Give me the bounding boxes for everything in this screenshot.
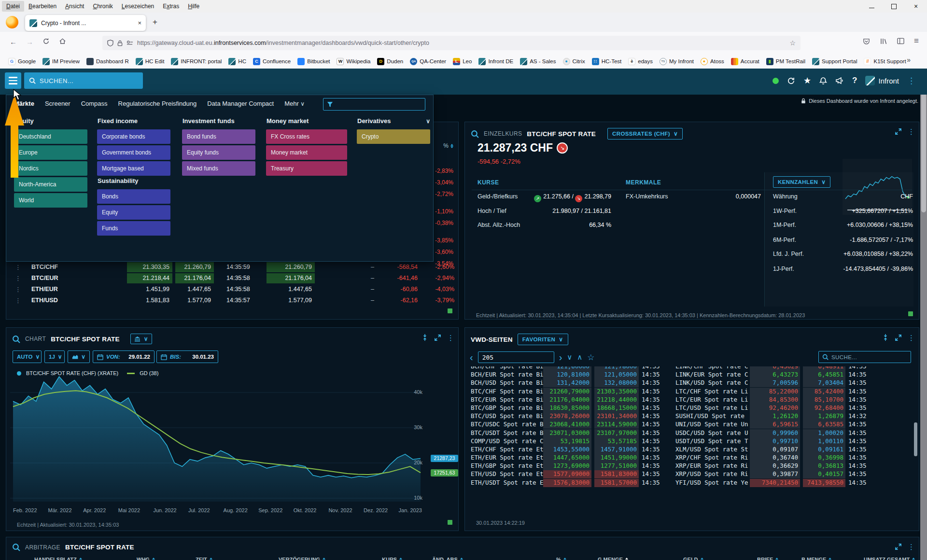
collapse-vertical-icon[interactable] (421, 334, 428, 341)
bookmark-bitbucket[interactable]: Bitbucket (294, 56, 333, 67)
menu-tab-data-manager-compact[interactable]: Data Manager Compact (207, 100, 274, 107)
expand-icon[interactable] (895, 543, 902, 550)
bookmark-confluence[interactable]: CConfluence (250, 56, 294, 67)
expand-icon[interactable] (895, 334, 902, 341)
sort-icon[interactable] (210, 558, 212, 560)
row-menu-icon[interactable]: ⋮ (15, 286, 21, 293)
lock-icon[interactable] (117, 40, 123, 46)
expand-icon[interactable] (434, 334, 441, 341)
menu-item-nordics[interactable]: Nordics (14, 161, 87, 176)
toolbar-overflow-icon[interactable]: ⋮ (907, 77, 915, 85)
global-search-input[interactable]: SUCHEN... (24, 72, 143, 89)
bookmark-duden[interactable]: DDuden (374, 56, 407, 67)
column-header-g-menge[interactable]: G.MENGE (598, 557, 628, 560)
bookmark-wikipedia[interactable]: WWikipedia (333, 56, 374, 67)
column-header-geld[interactable]: GELD (683, 557, 703, 560)
column-header-b-menge[interactable]: B.MENGE (801, 557, 831, 560)
bookmark-hc-test[interactable]: ∷HC-Test (589, 56, 625, 67)
favorite-star-icon[interactable]: ☆ (587, 352, 594, 363)
table-row[interactable]: ⋮BTC/CHF21.303,3521.260,7914:35:5921.260… (6, 262, 458, 273)
bookmark-as-sales[interactable]: AS - Sales (517, 56, 559, 67)
bookmark-support-portal[interactable]: Support Portal (809, 56, 861, 67)
vwd-row[interactable]: BTC/USD Spot rate Bi23078,2600023101,340… (465, 412, 919, 420)
menu-item-government-bonds[interactable]: Government bonds (97, 145, 170, 160)
bookmark-google[interactable]: GGoogle (5, 56, 39, 67)
menu-datei[interactable]: Datei (2, 1, 24, 12)
price-chart[interactable] (10, 376, 423, 505)
bookmark-atoss[interactable]: ●Atoss (697, 56, 728, 67)
table-row[interactable]: ⋮BTC/EUR21.218,4421.176,0414:35:5821.176… (6, 273, 458, 284)
forward-icon[interactable]: → (26, 38, 33, 46)
vwd-row[interactable]: BCH/USD Spot rate Bi131,42000132,0800014… (465, 378, 919, 387)
date-from-field[interactable]: VON: 29.01.22 (93, 350, 154, 363)
bookmark-infront-de[interactable]: Infront DE (475, 56, 517, 67)
vwd-row[interactable]: ETH/USD Spot rate Et1577,090001581,83000… (465, 470, 919, 478)
range-dropdown[interactable]: 1J∨ (44, 350, 65, 363)
kennzahlen-dropdown[interactable]: KENNZAHLEN∨ (773, 176, 830, 188)
page-next-icon[interactable]: › (559, 352, 562, 363)
chart-type-dropdown[interactable]: ∨ (68, 350, 90, 363)
row-menu-icon[interactable]: ⋮ (15, 297, 21, 304)
vwd-row[interactable]: COMP/USD Spot rate C53,1981553,5718514:3… (465, 437, 919, 445)
menu-item-world[interactable]: World (14, 193, 87, 208)
panel-menu-icon[interactable]: ⋮ (908, 334, 915, 341)
menu-ansicht[interactable]: Ansicht (61, 1, 88, 12)
page-down-icon[interactable]: ∨ (567, 353, 572, 362)
menu-item-mortgage-based[interactable]: Mortgage based (97, 161, 170, 176)
menu-tab-screener[interactable]: Screener (45, 100, 70, 107)
menu-item-deutschland[interactable]: Deutschland (14, 129, 87, 144)
crossrates-dropdown[interactable]: CROSSRATES (CHF)∨ (607, 128, 683, 140)
menu-item-mixed-funds[interactable]: Mixed funds (182, 161, 255, 176)
vwd-row[interactable]: BTC/EUR Spot rate Bi21176,0400021218,440… (465, 395, 919, 404)
bookmark-my-infront[interactable]: TSMy Infront (656, 56, 697, 67)
vwd-row[interactable]: BTC/GBP Spot rate Bi18630,8500018668,150… (465, 404, 919, 412)
menu-item-fx-cross-rates[interactable]: FX Cross rates (266, 129, 347, 144)
menu-chronik[interactable]: Chronik (88, 1, 117, 12)
library-icon[interactable] (880, 38, 887, 46)
bookmark-dashboard-r[interactable]: Dashboard R (83, 56, 132, 67)
sort-icon[interactable] (829, 558, 831, 560)
minimize-button[interactable] (860, 0, 883, 13)
favorites-star-icon[interactable]: ★ (803, 75, 811, 86)
vwd-rate-table[interactable]: BCH/CHF Spot rate Bi121,60000121,7800014… (465, 366, 919, 493)
page-number-input[interactable] (478, 351, 554, 363)
bookmark-leo[interactable]: LLeo (449, 56, 475, 67)
sidebar-icon[interactable] (897, 38, 904, 46)
reload-icon[interactable] (42, 38, 50, 46)
table-row[interactable]: ⋮ETH/EUR1.451,991.447,6514:35:581.447,65… (6, 284, 458, 295)
vwd-row[interactable]: ETH/CHF Spot rate Et1453,550001457,91000… (465, 445, 919, 453)
bookmark-edays[interactable]: èedays (625, 56, 656, 67)
row-menu-icon[interactable]: ⋮ (15, 264, 21, 271)
bookmarks-overflow-icon[interactable]: » (907, 56, 911, 64)
bookmark-accurat[interactable]: Accurat (728, 56, 763, 67)
column-header-%[interactable]: % (556, 557, 566, 560)
column-header-zeit[interactable]: ZEIT (196, 557, 212, 560)
column-header--nd-abs[interactable]: ÄND. ABS (432, 557, 463, 560)
menu-item-bond-funds[interactable]: Bond funds (182, 129, 255, 144)
page-prev-icon[interactable]: ‹ (470, 352, 473, 363)
sort-icon[interactable] (460, 558, 463, 560)
menu-tab-mehr[interactable]: Mehr ∨ (284, 100, 305, 107)
bookmark-citrix[interactable]: ●Citrix (560, 56, 589, 67)
bookmark-pm-testrail[interactable]: ▮PM TestRail (763, 56, 809, 67)
vwd-row[interactable]: BTC/CHF Spot rate Bi21260,7900021303,350… (465, 387, 919, 395)
vwd-row[interactable]: BCH/EUR Spot rate Bi120,81000121,0500014… (465, 370, 919, 378)
bookmark-infront-portal[interactable]: INFRONT: portal (168, 56, 225, 67)
menu-tab-regulatorische-preisfindung[interactable]: Regulatorische Preisfindung (118, 100, 197, 107)
notifications-bell-icon[interactable] (819, 77, 827, 85)
chevron-down-icon[interactable]: ∨ (426, 118, 430, 125)
firefox-icon[interactable] (6, 16, 18, 28)
menu-item-north-america[interactable]: North-America (14, 177, 87, 192)
menu-lesezeichen[interactable]: Lesezeichen (117, 1, 158, 12)
vwd-row[interactable]: BCH/CHF Spot rate Bi121,60000121,7800014… (465, 366, 919, 370)
browser-tab[interactable]: Crypto - Infront ... × (25, 15, 146, 31)
sort-icon[interactable] (625, 558, 628, 560)
vwd-row[interactable]: BTC/USDC Spot rate B23068,4100023114,590… (465, 420, 919, 428)
bookmark-k15t-support[interactable]: //K15t Support (860, 56, 909, 67)
column-header-umsatz-gesamt[interactable]: UMSATZ GESAMT (864, 557, 915, 560)
menu-hilfe[interactable]: Hilfe (183, 1, 204, 12)
announcements-megaphone-icon[interactable] (835, 77, 844, 84)
page-up-icon[interactable]: ∧ (577, 353, 582, 362)
percent-column-header[interactable]: % (443, 142, 453, 149)
close-button[interactable]: × (905, 0, 927, 13)
